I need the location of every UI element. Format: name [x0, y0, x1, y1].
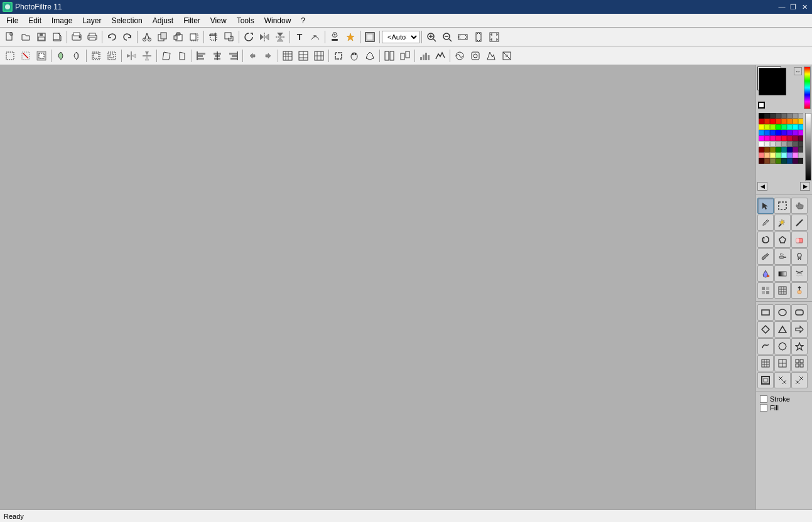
color-swap-icon[interactable]: ↔ [794, 67, 802, 75]
brightness-strip[interactable] [805, 113, 811, 181]
palette-cell[interactable] [793, 152, 798, 158]
align-left-btn[interactable] [194, 48, 209, 63]
palette-cell[interactable] [781, 152, 787, 158]
crop-button[interactable] [206, 29, 221, 45]
restore-button[interactable]: ❐ [788, 2, 798, 12]
minimize-button[interactable]: — [777, 2, 787, 12]
palette-cell[interactable] [793, 158, 798, 164]
mask-btn[interactable] [347, 48, 362, 63]
arrow-right-tool[interactable] [791, 321, 808, 338]
palette-cell[interactable] [776, 124, 781, 130]
fullscreen-button[interactable] [362, 29, 377, 45]
palette-cell[interactable] [764, 113, 770, 119]
rect-shape-tool[interactable] [757, 304, 774, 321]
polygon-shape-tool[interactable] [774, 338, 791, 354]
palette-cell[interactable] [759, 130, 764, 136]
grid-tool[interactable] [774, 282, 791, 299]
palette-cell[interactable] [787, 136, 793, 141]
table3-view-btn[interactable] [311, 48, 327, 63]
stroke-checkbox[interactable] [760, 395, 767, 403]
eyedropper-tool[interactable] [757, 215, 774, 231]
flip-sel-h-btn[interactable] [124, 48, 139, 63]
save-button[interactable] [34, 29, 49, 45]
palette-cell[interactable] [776, 130, 781, 136]
zoom-in-button[interactable] [424, 29, 439, 45]
selection-rect-tool[interactable] [774, 198, 791, 214]
palette-cell[interactable] [793, 141, 798, 147]
filter4-btn[interactable] [499, 48, 514, 63]
palette-cell[interactable] [781, 119, 787, 124]
palette-cell[interactable] [776, 152, 781, 158]
hand-tool[interactable] [791, 198, 808, 214]
palette-cell[interactable] [798, 136, 803, 141]
grid2-shape-tool[interactable] [774, 355, 791, 371]
palette-cell[interactable] [781, 158, 787, 164]
line-tool[interactable] [791, 215, 808, 231]
palette-cell[interactable] [770, 113, 776, 119]
palette-cell[interactable] [759, 158, 764, 164]
palette-prev-button[interactable]: ◀ [757, 182, 767, 191]
align-center-btn[interactable] [210, 48, 225, 63]
palette-cell[interactable] [787, 152, 793, 158]
palette-cell[interactable] [759, 141, 764, 147]
palette-cell[interactable] [793, 147, 798, 152]
palette-cell[interactable] [776, 113, 781, 119]
undo-button[interactable] [104, 29, 119, 45]
palette-cell[interactable] [798, 124, 803, 130]
deselect-btn[interactable] [18, 48, 33, 63]
palette-cell[interactable] [787, 124, 793, 130]
menu-view[interactable]: View [205, 15, 232, 26]
flip-h-button[interactable] [257, 29, 272, 45]
feather2-btn[interactable] [69, 48, 84, 63]
grid3-shape-tool[interactable] [791, 355, 808, 371]
palette-cell[interactable] [770, 136, 776, 141]
menu-tools[interactable]: Tools [232, 15, 259, 26]
palette-cell[interactable] [764, 136, 770, 141]
palette-cell[interactable] [787, 141, 793, 147]
palette-cell[interactable] [776, 147, 781, 152]
filter3-btn[interactable] [484, 48, 499, 63]
palette-cell[interactable] [787, 158, 793, 164]
flip-sel-v-btn[interactable] [139, 48, 154, 63]
merge-btn[interactable] [398, 48, 413, 63]
palette-cell[interactable] [798, 147, 803, 152]
text-button[interactable]: T [292, 29, 307, 45]
rot-left-btn[interactable] [245, 48, 260, 63]
table2-view-btn[interactable] [296, 48, 311, 63]
diamond-shape-tool[interactable] [757, 321, 774, 338]
align-right-btn[interactable] [225, 48, 241, 63]
text-curved-button[interactable]: T [308, 29, 323, 45]
resize-button[interactable] [222, 29, 237, 45]
palette-cell[interactable] [793, 113, 798, 119]
flip-v-button[interactable] [273, 29, 288, 45]
palette-cell[interactable] [787, 119, 793, 124]
menu-help[interactable]: ? [296, 15, 310, 26]
palette-cell[interactable] [759, 113, 764, 119]
palette-cell[interactable] [764, 147, 770, 152]
clone-stamp-tool[interactable] [791, 248, 808, 265]
star-shape-tool[interactable] [791, 338, 808, 354]
color-reset-icon[interactable] [758, 102, 765, 109]
brush-tool[interactable] [757, 248, 774, 265]
smudge-tool[interactable] [791, 265, 808, 282]
select-all-btn[interactable] [3, 48, 18, 63]
color-foreground-swatch[interactable] [759, 68, 786, 95]
palette-cell[interactable] [759, 136, 764, 141]
smart-sel-btn[interactable] [362, 48, 377, 63]
rot-right-btn[interactable] [261, 48, 276, 63]
palette-cell[interactable] [798, 130, 803, 136]
palette-cell[interactable] [787, 130, 793, 136]
shrink-btn[interactable] [104, 48, 119, 63]
palette-cell[interactable] [798, 119, 803, 124]
obj-sel-btn[interactable] [331, 48, 346, 63]
save-as-button[interactable] [50, 29, 65, 45]
redo-button[interactable] [120, 29, 135, 45]
filter2-btn[interactable] [468, 48, 483, 63]
freeform-tool[interactable] [757, 338, 774, 354]
palette-cell[interactable] [787, 147, 793, 152]
grow-btn[interactable] [89, 48, 104, 63]
feather-btn[interactable] [53, 48, 68, 63]
zoom-dropdown[interactable]: <Auto> 25% 50% 100% 200% 400% [382, 31, 420, 43]
palette-cell[interactable] [770, 130, 776, 136]
frame2-shape-tool[interactable] [774, 372, 791, 388]
